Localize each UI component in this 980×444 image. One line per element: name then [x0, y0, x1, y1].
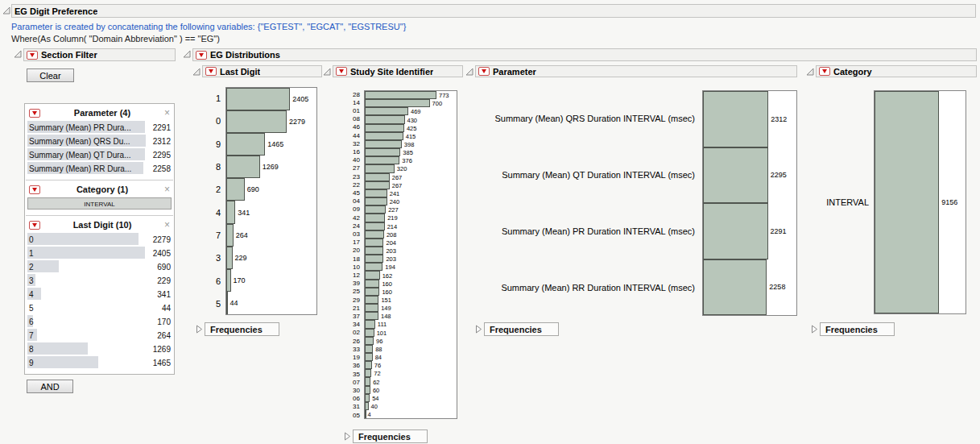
bar[interactable] — [365, 345, 373, 353]
filter-value-row[interactable]: INTERVAL — [26, 197, 173, 210]
disclosure-closed-icon[interactable] — [344, 432, 351, 441]
bar[interactable] — [365, 410, 366, 418]
bar[interactable] — [703, 259, 767, 316]
bar[interactable] — [365, 386, 370, 394]
frequencies-button[interactable]: Frequencies — [820, 322, 895, 336]
bar[interactable] — [703, 91, 768, 147]
bar[interactable] — [365, 280, 379, 288]
category-chart-header[interactable]: Category — [816, 65, 977, 77]
frequencies-button[interactable]: Frequencies — [353, 429, 428, 443]
red-triangle-menu-icon[interactable] — [205, 67, 217, 76]
bar[interactable] — [226, 110, 287, 133]
section-filter-header[interactable]: Section Filter — [23, 48, 176, 61]
bar[interactable] — [703, 203, 768, 259]
bar[interactable] — [365, 189, 387, 197]
disclosure-open-icon[interactable] — [806, 68, 814, 76]
bar[interactable] — [365, 132, 403, 140]
bar[interactable] — [365, 214, 385, 222]
study-site-chart-header[interactable]: Study Site Identifier — [333, 65, 463, 77]
bar[interactable] — [365, 263, 382, 271]
bar[interactable] — [703, 147, 768, 204]
bar[interactable] — [365, 124, 404, 132]
bar[interactable] — [365, 107, 408, 115]
filter-value-row[interactable]: Summary (Mean) QRS Du...2312 — [26, 134, 173, 147]
bar[interactable] — [365, 222, 385, 230]
bar[interactable] — [365, 271, 380, 279]
bar[interactable] — [365, 377, 370, 385]
filter-value-row[interactable]: Summary (Mean) PR Dura...2291 — [26, 120, 173, 134]
bar[interactable] — [365, 255, 383, 263]
bar[interactable] — [365, 247, 383, 255]
bar[interactable] — [365, 239, 383, 247]
bar[interactable] — [365, 115, 405, 123]
disclosure-closed-icon[interactable] — [475, 325, 482, 334]
red-triangle-menu-icon[interactable] — [29, 185, 40, 194]
red-triangle-menu-icon[interactable] — [336, 67, 347, 76]
bar[interactable] — [226, 178, 245, 201]
bar[interactable] — [365, 369, 371, 377]
close-icon[interactable]: × — [164, 185, 170, 193]
red-triangle-menu-icon[interactable] — [478, 67, 490, 76]
bar[interactable] — [365, 230, 384, 239]
bar[interactable] — [365, 197, 387, 205]
close-icon[interactable]: × — [164, 109, 170, 117]
disclosure-open-icon[interactable] — [465, 68, 473, 76]
bar[interactable] — [226, 247, 233, 269]
bar[interactable] — [365, 140, 402, 148]
bar[interactable] — [365, 156, 399, 164]
bar[interactable] — [365, 394, 370, 402]
filter-value-row[interactable]: 12405 — [26, 246, 173, 259]
bar[interactable] — [365, 312, 378, 320]
bar[interactable] — [365, 361, 372, 369]
disclosure-open-icon[interactable] — [14, 50, 22, 58]
bar[interactable] — [365, 320, 375, 328]
filter-value-row[interactable]: 3229 — [26, 273, 173, 287]
bar[interactable] — [365, 402, 369, 410]
filter-value-row[interactable]: 4341 — [26, 287, 173, 301]
filter-value-row[interactable]: 544 — [26, 301, 173, 314]
bar[interactable] — [226, 224, 234, 247]
bar[interactable] — [365, 288, 379, 296]
bar[interactable] — [365, 148, 400, 156]
bar[interactable] — [365, 337, 374, 345]
clear-button[interactable]: Clear — [27, 68, 74, 82]
bar[interactable] — [365, 296, 378, 304]
disclosure-closed-icon[interactable] — [196, 325, 203, 334]
disclosure-open-icon[interactable] — [323, 68, 331, 76]
bar[interactable] — [365, 353, 373, 361]
red-triangle-menu-icon[interactable] — [27, 51, 38, 60]
report-title-bar[interactable]: EG Digit Preference — [11, 4, 976, 18]
bar[interactable] — [365, 304, 378, 312]
red-triangle-menu-icon[interactable] — [29, 221, 40, 230]
bar[interactable] — [365, 164, 395, 172]
bar[interactable] — [226, 156, 260, 178]
bar[interactable] — [365, 205, 386, 214]
bar[interactable] — [226, 269, 231, 292]
disclosure-open-icon[interactable] — [183, 50, 191, 58]
filter-value-row[interactable]: 6170 — [26, 314, 173, 328]
bar[interactable] — [365, 181, 390, 189]
filter-value-row[interactable]: Summary (Mean) QT Dura...2295 — [26, 147, 173, 161]
filter-value-row[interactable]: 02279 — [26, 232, 173, 246]
filter-value-row[interactable]: Summary (Mean) RR Dura...2258 — [26, 161, 173, 175]
red-triangle-menu-icon[interactable] — [196, 51, 207, 60]
filter-value-row[interactable]: 81269 — [26, 342, 173, 355]
bar[interactable] — [226, 292, 228, 314]
frequencies-button[interactable]: Frequencies — [484, 322, 559, 336]
bar[interactable] — [365, 99, 430, 107]
red-triangle-menu-icon[interactable] — [819, 67, 830, 76]
filter-value-row[interactable]: 7264 — [26, 328, 173, 342]
bar[interactable] — [226, 88, 290, 110]
red-triangle-menu-icon[interactable] — [29, 109, 40, 118]
bar[interactable] — [226, 133, 265, 156]
parameter-chart-header[interactable]: Parameter — [475, 65, 797, 77]
eg-distributions-header[interactable]: EG Distributions — [192, 48, 977, 61]
filter-value-row[interactable]: 91465 — [26, 355, 173, 369]
bar[interactable] — [875, 91, 939, 313]
bar[interactable] — [365, 173, 390, 181]
bar[interactable] — [365, 91, 436, 99]
close-icon[interactable]: × — [164, 221, 170, 229]
filter-value-row[interactable]: 2690 — [26, 259, 173, 273]
last-digit-chart-header[interactable]: Last Digit — [202, 65, 322, 77]
disclosure-closed-icon[interactable] — [811, 325, 818, 334]
